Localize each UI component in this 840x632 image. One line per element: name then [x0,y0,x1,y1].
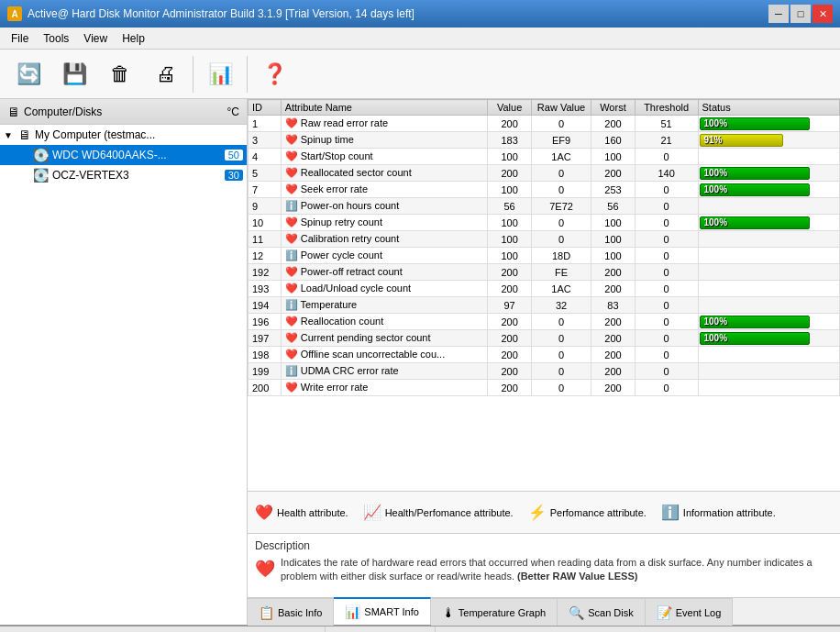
tree-item-disk1[interactable]: 💽 WDC WD6400AAKS-... 50 [0,145,247,165]
tab-smart[interactable]: 📊 SMART Info [334,597,431,625]
cell-raw: 0 [531,215,591,231]
smart-table[interactable]: ID Attribute Name Value Raw Value Worst … [248,99,840,491]
table-row[interactable]: 192 ❤️ Power-off retract count 200 FE 20… [249,264,840,281]
cell-threshold: 0 [635,182,698,198]
cell-raw: 0 [531,347,591,363]
volumes-section: Volumes D:\ ACER NTFS 59.972 GB 42% (25.… [436,626,840,632]
tree-item-disk2[interactable]: 💽 OCZ-VERTEX3 30 [0,165,247,185]
help-icon: ❓ [260,60,289,89]
cell-value: 183 [488,132,532,149]
cell-raw: 0 [531,182,591,198]
cell-id: 199 [249,363,282,380]
cell-worst: 100 [591,231,636,248]
cell-value: 200 [488,165,532,182]
table-row[interactable]: 3 ❤️ Spinup time 183 EF9 160 21 91% [249,132,840,149]
cell-threshold: 0 [635,264,698,281]
maximize-button[interactable]: □ [790,5,811,23]
cell-attr: ❤️ Start/Stop count [281,149,488,165]
table-row[interactable]: 196 ❤️ Reallocation count 200 0 200 0 10… [249,314,840,330]
table-row[interactable]: 12 ℹ️ Power cycle count 100 18D 100 0 [249,248,840,264]
tab-scan[interactable]: 🔍 Scan Disk [558,598,646,626]
cell-threshold: 0 [635,347,698,363]
table-row[interactable]: 199 ℹ️ UDMA CRC error rate 200 0 200 0 [249,363,840,380]
toolbar-help-button[interactable]: ❓ [253,53,295,95]
description-content: ❤️ Indicates the rate of hardware read e… [255,556,833,584]
table-row[interactable]: 9 ℹ️ Power-on hours count 56 7E72 56 0 [249,198,840,215]
toolbar-separator-2 [247,56,248,93]
cell-worst: 56 [591,198,636,215]
cell-status [698,231,840,248]
app-title: Active@ Hard Disk Monitor Administrator … [28,7,414,20]
expand-icon[interactable]: ▼ [4,130,18,140]
cell-threshold: 21 [635,132,698,149]
cell-raw: 1AC [531,281,591,297]
menu-tools[interactable]: Tools [36,30,76,47]
left-panel-title: Computer/Disks [24,105,224,118]
toolbar-remove-button[interactable]: 🗑 [99,53,141,95]
description-text: Indicates the rate of hardware read erro… [281,556,833,584]
table-row[interactable]: 4 ❤️ Start/Stop count 100 1AC 100 0 [249,149,840,165]
menu-help[interactable]: Help [115,30,152,47]
tab-basic[interactable]: 📋 Basic Info [248,598,334,626]
toolbar: 🔄 💾 🗑 🖨 📊 ❓ [0,50,840,99]
toolbar-refresh-button[interactable]: 🔄 [7,53,50,95]
computer-label: My Computer (testmac... [35,128,243,141]
tab-event[interactable]: 📝 Event Log [646,598,734,626]
tab-temp[interactable]: 🌡 Temperature Graph [431,598,558,626]
cell-raw: 0 [531,330,591,347]
close-button[interactable]: ✕ [812,5,833,23]
table-row[interactable]: 193 ❤️ Load/Unload cycle count 200 1AC 2… [249,281,840,297]
cell-raw: 32 [531,297,591,314]
cell-value: 97 [488,297,532,314]
toolbar-monitor-button[interactable]: 📊 [199,53,241,95]
minimize-button[interactable]: ─ [768,5,789,23]
cell-worst: 200 [591,330,636,347]
event-tab-icon: 📝 [657,605,672,620]
cell-attr: ℹ️ UDMA CRC error rate [281,363,488,380]
print-icon: 🖨 [151,60,181,89]
tree-item-computer[interactable]: ▼ 🖥 My Computer (testmac... [0,125,247,145]
cell-worst: 253 [591,182,636,198]
table-row[interactable]: 10 ❤️ Spinup retry count 100 0 100 0 100… [249,215,840,231]
col-header-threshold: Threshold [635,100,698,116]
col-header-status: Status [698,100,840,116]
refresh-icon: 🔄 [14,60,43,89]
table-row[interactable]: 200 ❤️ Write error rate 200 0 200 0 [249,380,840,396]
table-row[interactable]: 1 ❤️ Raw read error rate 200 0 200 51 10… [249,116,840,132]
cell-attr: ❤️ Offline scan uncorrectable cou... [281,347,488,363]
table-row[interactable]: 197 ❤️ Current pending sector count 200 … [249,330,840,347]
cell-value: 200 [488,347,532,363]
cell-id: 9 [249,198,282,215]
cell-id: 11 [249,231,282,248]
table-row[interactable]: 5 ❤️ Reallocated sector count 200 0 200 … [249,165,840,182]
menu-file[interactable]: File [4,30,36,47]
cell-worst: 200 [591,165,636,182]
toolbar-print-button[interactable]: 🖨 [145,53,187,95]
info-legend-icon: ℹ️ [661,504,680,522]
perf-legend-label: Perfomance attribute. [550,507,647,518]
description-title: Description [255,539,833,552]
cell-worst: 200 [591,264,636,281]
cell-raw: 0 [531,116,591,132]
smart-tab-icon: 📊 [345,604,360,619]
app-icon: A [7,6,22,21]
table-row[interactable]: 194 ℹ️ Temperature 97 32 83 0 [249,297,840,314]
disk1-icon: 💽 [33,148,49,162]
table-row[interactable]: 11 ❤️ Calibration retry count 100 0 100 … [249,231,840,248]
cell-status [698,380,840,396]
cell-threshold: 0 [635,149,698,165]
cell-raw: 1AC [531,149,591,165]
smart-tab-label: SMART Info [364,606,419,617]
table-row[interactable]: 7 ❤️ Seek error rate 100 0 253 0 100% [249,182,840,198]
cell-value: 100 [488,215,532,231]
toolbar-add-button[interactable]: 💾 [53,53,95,95]
menu-view[interactable]: View [76,30,115,47]
table-row[interactable]: 198 ❤️ Offline scan uncorrectable cou...… [249,347,840,363]
cell-raw: 18D [531,248,591,264]
cell-status [698,281,840,297]
temp-tab-label: Temperature Graph [459,607,546,618]
cell-raw: 0 [531,363,591,380]
cell-worst: 100 [591,248,636,264]
cell-attr: ❤️ Raw read error rate [281,116,488,132]
computer-tree-icon: 🖥 [18,128,31,142]
